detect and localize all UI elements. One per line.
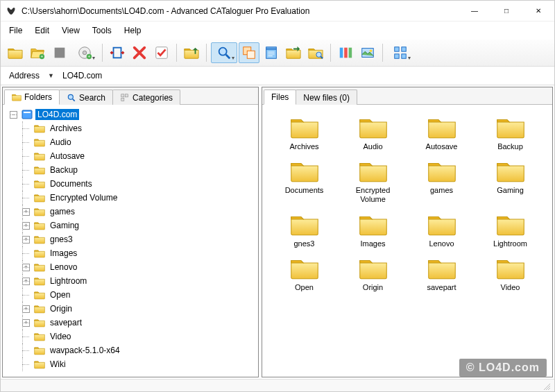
file-item[interactable]: Lenovo xyxy=(409,212,474,248)
columns-button[interactable] xyxy=(335,42,356,63)
tree-root-label: LO4D.com xyxy=(35,109,79,120)
duplicates-button[interactable] xyxy=(239,42,259,63)
tree-item[interactable]: +Lightroom xyxy=(31,274,255,288)
notes-button[interactable] xyxy=(261,42,282,63)
expand-icon[interactable]: + xyxy=(22,305,30,313)
folder-tree[interactable]: − LO4D.com ArchivesAudioAutosaveBackupDo… xyxy=(3,105,258,377)
folder-icon xyxy=(34,331,45,342)
tree-item[interactable]: Video xyxy=(31,330,255,343)
folder-icon xyxy=(290,212,319,237)
thumbnails-button[interactable] xyxy=(357,42,378,63)
new-catalog-button[interactable] xyxy=(5,42,26,63)
tab-folders[interactable]: Folders xyxy=(4,90,60,105)
tree-item-label: Origin xyxy=(48,303,74,314)
folder-icon xyxy=(34,345,45,356)
menu-tools[interactable]: Tools xyxy=(87,23,117,38)
file-item[interactable]: Video xyxy=(478,255,543,292)
address-history-dropdown[interactable]: ▼ xyxy=(46,72,56,79)
file-item[interactable]: Backup xyxy=(478,114,543,151)
menu-view[interactable]: View xyxy=(56,23,85,38)
view-mode-button[interactable] xyxy=(387,42,413,63)
tree-item[interactable]: Open xyxy=(31,288,255,302)
tree-item[interactable]: Autosave xyxy=(31,149,255,163)
expand-icon[interactable]: + xyxy=(22,319,30,327)
file-item[interactable]: Gaming xyxy=(478,158,543,204)
file-item[interactable]: Origin xyxy=(341,255,405,292)
toolbar-separator xyxy=(330,44,331,62)
tree-item[interactable]: +savepart xyxy=(31,316,255,330)
update-button[interactable] xyxy=(181,42,202,63)
svg-rect-19 xyxy=(395,47,399,51)
maximize-button[interactable]: □ xyxy=(490,1,522,22)
expand-icon[interactable]: + xyxy=(22,264,30,271)
verify-button[interactable] xyxy=(151,42,172,63)
tab-search[interactable]: Search xyxy=(59,90,113,105)
expand-icon[interactable]: + xyxy=(22,236,30,244)
file-item[interactable]: Archives xyxy=(272,114,336,151)
tree-item[interactable]: +Gaming xyxy=(31,219,255,232)
tree-item[interactable]: wavpack-5.1.0-x64 xyxy=(31,343,255,357)
file-item[interactable]: Lightroom xyxy=(478,212,543,248)
file-item[interactable]: Encrypted Volume xyxy=(341,158,405,204)
file-name: games xyxy=(430,186,453,195)
tree-item[interactable]: Archives xyxy=(31,121,255,135)
tree-item[interactable]: Audio xyxy=(31,135,255,149)
address-value[interactable]: LO4D.com xyxy=(60,69,549,82)
tree-root[interactable]: − LO4D.com xyxy=(18,108,255,121)
expand-icon[interactable]: + xyxy=(22,222,30,230)
tree-item[interactable]: +games xyxy=(31,205,255,219)
stop-button[interactable] xyxy=(49,42,70,63)
tab-categories[interactable]: Categories xyxy=(112,90,180,105)
address-bar: Address ▼ LO4D.com xyxy=(1,67,554,85)
menu-help[interactable]: Help xyxy=(119,23,147,38)
svg-point-13 xyxy=(316,52,321,57)
svg-rect-14 xyxy=(340,48,343,58)
file-item[interactable]: Open xyxy=(272,255,336,292)
tab-files[interactable]: Files xyxy=(264,90,296,105)
files-view[interactable]: ArchivesAudioAutosaveBackupDocumentsEncr… xyxy=(262,105,552,377)
resize-button[interactable] xyxy=(107,42,128,63)
resize-grip-icon[interactable] xyxy=(542,382,550,390)
file-item[interactable]: Documents xyxy=(272,158,336,204)
import-button[interactable] xyxy=(283,42,304,63)
folder-icon xyxy=(34,234,45,245)
file-item[interactable]: Audio xyxy=(341,114,405,151)
tree-item[interactable]: Encrypted Volume xyxy=(31,191,255,205)
file-item[interactable]: gnes3 xyxy=(272,212,336,248)
file-name: Open xyxy=(295,283,314,292)
tree-item-label: Wiki xyxy=(48,359,68,370)
expand-icon[interactable]: + xyxy=(22,208,30,216)
scan-disc-button[interactable]: + xyxy=(71,42,98,63)
collapse-icon[interactable]: − xyxy=(10,111,17,119)
tree-spacer xyxy=(22,194,30,202)
tree-item-label: gnes3 xyxy=(48,234,75,245)
tree-item[interactable]: Images xyxy=(31,246,255,260)
search-button[interactable] xyxy=(211,42,237,63)
file-item[interactable]: Images xyxy=(341,212,405,248)
svg-rect-22 xyxy=(402,54,406,58)
tree-item[interactable]: +Lenovo xyxy=(31,260,255,274)
folder-icon xyxy=(34,275,45,287)
tab-new-files[interactable]: New files (0) xyxy=(296,90,357,105)
minimize-button[interactable]: — xyxy=(459,1,490,22)
menu-file[interactable]: File xyxy=(3,23,28,38)
close-button[interactable]: ✕ xyxy=(522,1,554,22)
tree-item[interactable]: Documents xyxy=(31,177,255,191)
tree-item[interactable]: +Origin xyxy=(31,302,255,316)
tree-item[interactable]: +gnes3 xyxy=(31,232,255,246)
open-catalog-button[interactable]: + xyxy=(27,42,48,63)
menu-bar: File Edit View Tools Help xyxy=(1,22,554,40)
folder-icon xyxy=(34,178,45,189)
folder-icon xyxy=(427,212,456,237)
menu-edit[interactable]: Edit xyxy=(29,23,55,38)
find-in-folder-button[interactable] xyxy=(305,42,326,63)
expand-icon[interactable]: + xyxy=(22,278,30,285)
tree-item[interactable]: Wiki xyxy=(31,357,255,371)
file-name: Backup xyxy=(497,142,523,151)
tree-item[interactable]: Backup xyxy=(31,163,255,177)
file-item[interactable]: Autosave xyxy=(409,114,474,151)
delete-button[interactable] xyxy=(129,42,150,63)
file-item[interactable]: games xyxy=(409,158,474,204)
file-item[interactable]: savepart xyxy=(409,255,474,292)
folder-icon xyxy=(34,359,45,370)
